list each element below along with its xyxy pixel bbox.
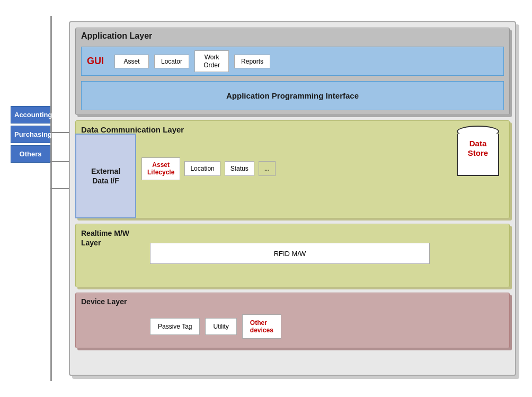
accounting-box: Accounting	[11, 106, 50, 123]
api-bar: Application Programming Interface	[81, 81, 504, 110]
device-layer: Device Layer Passive Tag Utility Otherde…	[75, 293, 510, 348]
device-buttons: Passive Tag Utility Otherdevices	[150, 314, 499, 339]
external-data-if-box: ExternalData I/F	[75, 134, 136, 218]
utility-button[interactable]: Utility	[205, 318, 236, 335]
page-container: Accounting Purchasing Others Application…	[0, 0, 532, 397]
asset-button[interactable]: Asset	[114, 55, 149, 68]
data-store-cylinder: DataStore	[454, 126, 502, 176]
purchasing-box: Purchasing	[11, 126, 50, 143]
reports-button[interactable]: Reports	[234, 55, 270, 68]
others-connector	[50, 188, 69, 189]
passive-tag-button[interactable]: Passive Tag	[150, 318, 200, 335]
gui-label: GUI	[87, 56, 104, 67]
data-comm-title: Data Communication Layer	[76, 121, 509, 138]
purchasing-connector	[50, 161, 69, 162]
more-button[interactable]: ...	[259, 161, 276, 176]
data-comm-buttons: AssetLifecycle Location Status ...	[141, 157, 446, 180]
rfid-mw-button[interactable]: RFID M/W	[150, 243, 430, 264]
vertical-connector-line	[50, 16, 52, 381]
application-layer: Application Layer GUI Asset Locator Work…	[75, 28, 510, 115]
main-diagram: Application Layer GUI Asset Locator Work…	[69, 21, 516, 376]
app-layer-title: Application Layer	[76, 28, 509, 44]
status-button[interactable]: Status	[225, 161, 254, 176]
others-box: Others	[11, 145, 50, 163]
api-label: Application Programming Interface	[226, 91, 359, 100]
gui-bar: GUI Asset Locator WorkOrder Reports	[81, 47, 504, 76]
ext-data-if-label: ExternalData I/F	[91, 166, 120, 186]
asset-lifecycle-button[interactable]: AssetLifecycle	[141, 157, 180, 180]
device-title: Device Layer	[76, 293, 509, 310]
accounting-connector	[50, 132, 69, 133]
other-devices-button[interactable]: Otherdevices	[242, 314, 281, 339]
work-order-button[interactable]: WorkOrder	[194, 50, 229, 72]
location-button[interactable]: Location	[184, 161, 220, 176]
external-boxes-container: Accounting Purchasing Others	[11, 106, 50, 165]
realtime-mw-layer: Realtime M/WLayer RFID M/W	[75, 224, 510, 287]
locator-button[interactable]: Locator	[154, 55, 189, 68]
data-store-label: DataStore	[454, 139, 502, 158]
